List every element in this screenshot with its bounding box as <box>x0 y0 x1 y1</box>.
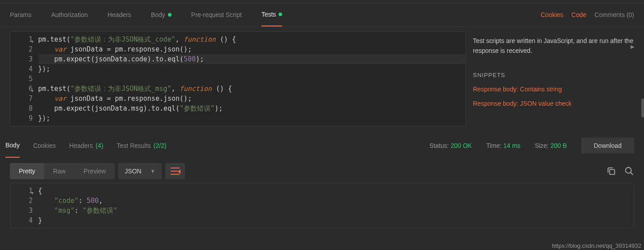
format-segment: Pretty Raw Preview <box>10 163 115 179</box>
gutter-line: 7 <box>10 94 33 103</box>
svg-line-2 <box>631 172 633 175</box>
status-label: Status: <box>429 142 449 149</box>
chevron-right-icon[interactable]: ▶ <box>631 44 634 50</box>
request-tabs: Params Authorization Headers Body Pre-re… <box>0 3 644 27</box>
tab-tests-label: Tests <box>262 11 276 18</box>
time-value: 14 ms <box>503 142 520 149</box>
tab-body-label: Body <box>151 11 165 18</box>
response-tabs: Body Cookies Headers (4) Test Results (2… <box>5 134 167 158</box>
gutter-line: 2 <box>10 44 33 54</box>
tab-prerequest[interactable]: Pre-request Script <box>191 3 242 26</box>
editor-area: 1 2 3 4 5 6 7 8 9 pm.test("参数错误：为非JSON格式… <box>0 27 644 134</box>
svg-rect-0 <box>610 169 614 174</box>
tabs-right-links: Cookies Code Comments (0) <box>541 11 634 18</box>
status: Status: 200 OK <box>429 142 472 149</box>
size: Size: 200 B <box>535 142 567 149</box>
wrap-icon <box>171 168 180 175</box>
editor-gutter: 1 2 3 4 5 6 7 8 9 <box>10 32 38 126</box>
format-preview[interactable]: Preview <box>75 163 115 179</box>
tab-authorization[interactable]: Authorization <box>51 3 88 26</box>
format-right-icons <box>606 166 634 176</box>
snippet-json-value-check[interactable]: Response body: JSON value check <box>473 100 634 107</box>
snippets-label: SNIPPETS <box>473 72 634 78</box>
gutter-line: 4 <box>10 64 33 74</box>
gutter-line: 5 <box>10 74 33 84</box>
gutter-line: 8 <box>10 103 33 113</box>
format-type-label: JSON <box>125 168 141 175</box>
size-label: Size: <box>535 142 549 149</box>
code-link[interactable]: Code <box>571 11 586 18</box>
response-body[interactable]: { "code": 500, "msg": "参数错误" } <box>38 183 634 228</box>
gutter-line: 3 <box>10 206 33 216</box>
response-gutter: 1 2 3 4 <box>10 183 38 228</box>
tab-headers[interactable]: Headers <box>107 3 131 26</box>
response-body-editor[interactable]: 1 2 3 4 { "code": 500, "msg": "参数错误" } <box>10 183 634 228</box>
format-raw[interactable]: Raw <box>44 163 75 179</box>
testresults-count: (2/2) <box>154 142 167 149</box>
time-label: Time: <box>486 142 502 149</box>
response-status-group: Status: 200 OK Time: 14 ms Size: 200 B D… <box>429 138 634 154</box>
tab-body[interactable]: Body <box>151 3 172 26</box>
resp-tab-testresults-label: Test Results <box>117 142 151 149</box>
search-icon[interactable] <box>624 166 634 176</box>
snippet-contains-string[interactable]: Response body: Contains string <box>473 86 634 93</box>
gutter-line: 4 <box>10 216 33 225</box>
download-button[interactable]: Download <box>581 138 634 154</box>
gutter-line: 1 <box>10 34 33 44</box>
scrollbar-thumb[interactable] <box>641 99 644 117</box>
tests-indicator-icon <box>279 13 282 16</box>
status-value: 200 OK <box>451 142 472 149</box>
snippets-info: Test scripts are written in JavaScript, … <box>473 36 634 56</box>
gutter-line: 6 <box>10 84 33 94</box>
copy-icon[interactable] <box>606 166 616 176</box>
tab-tests[interactable]: Tests <box>262 3 283 26</box>
resp-tab-headers-label: Headers <box>69 142 93 149</box>
response-tabs-bar: Body Cookies Headers (4) Test Results (2… <box>0 134 644 158</box>
svg-point-1 <box>626 168 631 173</box>
editor-body[interactable]: pm.test("参数错误：为非JSON格式_code", function (… <box>38 32 465 126</box>
tabs-left: Params Authorization Headers Body Pre-re… <box>10 3 282 26</box>
resp-tab-cookies[interactable]: Cookies <box>33 134 56 158</box>
time: Time: 14 ms <box>486 142 521 149</box>
format-pretty[interactable]: Pretty <box>10 163 44 179</box>
resp-tab-body[interactable]: Body <box>5 134 20 158</box>
chevron-down-icon: ▼ <box>150 168 155 174</box>
response-format-bar: Pretty Raw Preview JSON ▼ <box>0 158 644 183</box>
resp-tab-headers[interactable]: Headers (4) <box>69 134 103 158</box>
gutter-line: 9 <box>10 113 33 123</box>
snippets-panel: Test scripts are written in JavaScript, … <box>473 31 634 126</box>
gutter-line: 1 <box>10 186 33 196</box>
body-indicator-icon <box>168 13 172 17</box>
resp-tab-testresults[interactable]: Test Results (2/2) <box>117 134 167 158</box>
cookies-link[interactable]: Cookies <box>541 11 563 18</box>
format-type-select[interactable]: JSON ▼ <box>118 163 161 179</box>
tests-code-editor[interactable]: 1 2 3 4 5 6 7 8 9 pm.test("参数错误：为非JSON格式… <box>10 31 466 126</box>
size-value: 200 B <box>550 142 567 149</box>
headers-count: (4) <box>95 142 103 149</box>
comments-link[interactable]: Comments (0) <box>594 11 634 18</box>
gutter-line: 3 <box>10 54 33 64</box>
gutter-line: 2 <box>10 196 33 206</box>
tab-params[interactable]: Params <box>10 3 31 26</box>
wrap-lines-button[interactable] <box>165 163 185 179</box>
